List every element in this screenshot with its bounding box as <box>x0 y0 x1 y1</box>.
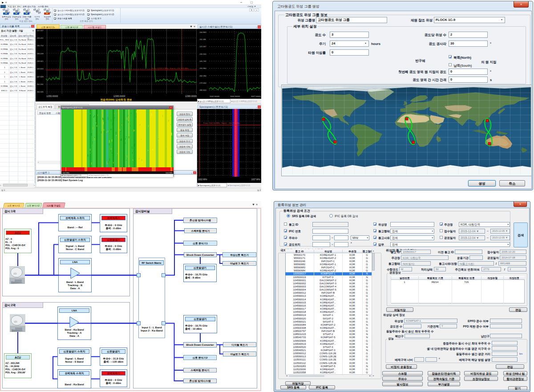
svg-text:-141.742: -141.742 <box>199 60 206 62</box>
svg-text:-151.964: -151.964 <box>199 67 206 69</box>
svg-text:1007 MHz: 1007 MHz <box>251 178 260 181</box>
svg-text:-147.928: -147.928 <box>36 76 44 78</box>
svg-text:전송파(999) 상세측정 완료: 전송파(999) 상세측정 완료 <box>100 98 132 101</box>
svg-text:1002.00000: 1002.00000 <box>210 95 220 97</box>
svg-text:-139.321: -139.321 <box>36 60 44 62</box>
svg-text:Freq : 1002.50 MHz , Signal :: Freq : 1002.50 MHz , Signal : -134.722 d… <box>203 122 240 124</box>
svg-text:-172.404: -172.404 <box>199 82 206 84</box>
svg-text:-130.714: -130.714 <box>36 44 44 47</box>
svg-text:1002 MHz: 1002 MHz <box>198 178 207 181</box>
svg-text:12350.00000: 12350.00000 <box>46 95 58 97</box>
svg-text:-126.411: -126.411 <box>36 37 44 39</box>
svg-text:1007.00000: 1007.00000 <box>251 95 261 97</box>
svg-text:12365.00000: 12365.00000 <box>113 95 125 97</box>
svg-text:-162.184: -162.184 <box>199 75 206 77</box>
svg-text:-131.520: -131.520 <box>199 53 206 55</box>
svg-text:Freq : 12376.9 MHz , Signal :: Freq : 12376.9 MHz , Signal : -140.633 d… <box>152 67 188 69</box>
svg-text:-152.231: -152.231 <box>36 83 44 85</box>
svg-text:12380.00000: 12380.00000 <box>185 95 197 97</box>
svg-text:-156.535: -156.535 <box>36 91 44 93</box>
svg-text:-143.624: -143.624 <box>36 68 44 70</box>
svg-text:-111.185: -111.185 <box>199 38 206 40</box>
svg-text:-122.107: -122.107 <box>36 29 44 32</box>
svg-text:-121.407: -121.407 <box>199 45 206 48</box>
svg-text:1004.50000: 1004.50000 <box>230 95 240 97</box>
svg-text:-182.624: -182.624 <box>199 89 206 91</box>
svg-text:-100.963: -100.963 <box>199 31 206 33</box>
svg-text:-135.018: -135.018 <box>36 53 44 55</box>
